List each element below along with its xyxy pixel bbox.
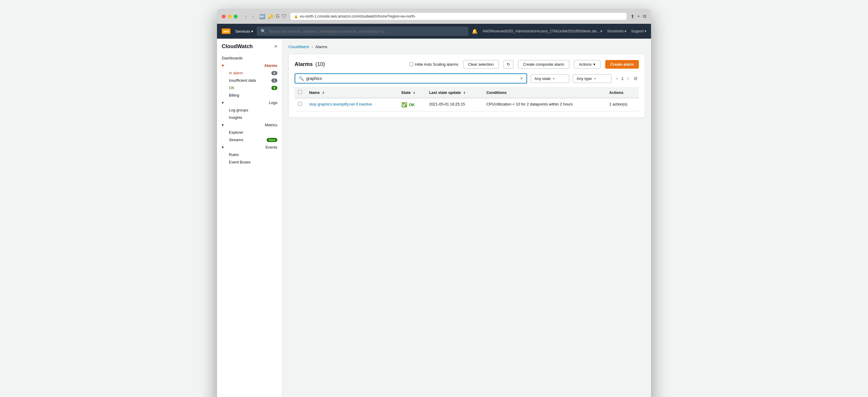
sidebar-item-logs[interactable]: ▾ Logs: [217, 99, 282, 106]
sidebar-close-button[interactable]: ×: [274, 43, 277, 49]
ok-status-label: OK: [409, 102, 415, 107]
support-chevron-icon: ▾: [645, 29, 646, 33]
lock-icon: 🔒: [294, 14, 298, 19]
create-composite-alarm-button[interactable]: Create composite alarm: [518, 60, 569, 69]
hide-autoscaling-label: Hide Auto Scaling alarms: [415, 62, 458, 67]
back-button[interactable]: ‹: [244, 13, 249, 20]
hide-autoscaling-control: Hide Auto Scaling alarms: [409, 62, 458, 67]
main-layout: CloudWatch × Dashboards ▾ Alarms In alar…: [217, 39, 651, 397]
actions-chevron-icon: ▾: [593, 62, 595, 67]
minimize-dot[interactable]: [228, 14, 231, 19]
clear-selection-button[interactable]: Clear selection: [463, 60, 499, 69]
new-tab-button[interactable]: +: [637, 14, 640, 19]
breadcrumb: CloudWatch › Alarms: [288, 44, 645, 49]
account-menu[interactable]: AWSReservedSSO_AdministratorAccess_27641…: [483, 29, 602, 33]
row-checkbox[interactable]: [298, 102, 302, 106]
settings-icon: ⚙: [633, 76, 638, 81]
sidebar-item-event-buses[interactable]: Event Buses: [217, 158, 282, 166]
ok-label: OK: [229, 86, 235, 90]
search-row: 🔍 × Any state ▾ Any type ▾ ‹: [294, 73, 639, 84]
sidebar-item-insufficient-data[interactable]: Insufficient data 1: [217, 77, 282, 84]
select-all-checkbox[interactable]: [298, 90, 302, 94]
sidebar: CloudWatch × Dashboards ▾ Alarms In alar…: [217, 39, 282, 397]
region-menu[interactable]: Stockholm ▾: [607, 29, 626, 33]
alarms-card: Alarms (10) Hide Auto Scaling alarms Cle…: [288, 54, 645, 118]
close-dot[interactable]: [222, 14, 226, 19]
event-buses-label: Event Buses: [229, 160, 251, 164]
alarm-name-cell: stop graphics.teamplify.net if inactive: [306, 98, 398, 111]
sidebar-item-rules[interactable]: Rules: [217, 151, 282, 158]
breadcrumb-cloudwatch-link[interactable]: CloudWatch: [288, 44, 309, 49]
content-area: CloudWatch › Alarms Alarms (10) Hide Aut…: [282, 39, 651, 397]
support-label: Support: [631, 29, 644, 33]
breadcrumb-separator: ›: [312, 44, 313, 49]
alarm-conditions-cell: CPUUtilization < 10 for 2 datapoints wit…: [483, 98, 606, 111]
maximize-dot[interactable]: [234, 14, 238, 19]
global-search-bar[interactable]: 🔍: [257, 27, 468, 36]
sidebar-item-metrics[interactable]: ▾ Metrics: [217, 121, 282, 129]
tabs-button[interactable]: ⧉: [643, 14, 646, 19]
forward-button[interactable]: ›: [250, 13, 255, 20]
sidebar-item-streams[interactable]: Streams New: [217, 136, 282, 143]
streams-label: Streams: [229, 138, 243, 142]
sidebar-item-ok[interactable]: OK 9: [217, 84, 282, 92]
next-page-button[interactable]: ›: [626, 75, 630, 82]
refresh-button[interactable]: ↻: [503, 60, 514, 69]
ok-badge: 9: [271, 86, 277, 90]
address-bar[interactable]: 🔒 eu-north-1.console.aws.amazon.com/clou…: [290, 12, 627, 20]
url-text: eu-north-1.console.aws.amazon.com/cloudw…: [300, 14, 415, 19]
grammarly-icon: G: [276, 14, 279, 19]
search-input[interactable]: [306, 76, 518, 81]
sidebar-item-alarms[interactable]: ▾ Alarms: [217, 62, 282, 69]
share-button[interactable]: ⬆: [630, 14, 634, 19]
state-sort-icon: ⬇: [413, 91, 415, 95]
actions-label: Actions: [579, 62, 592, 67]
alarms-table: Name ⬇ State ⬇ Last state update ⬇: [294, 87, 639, 111]
sidebar-expand-events-icon: ▾: [222, 145, 224, 150]
create-composite-label: Create composite alarm: [523, 62, 564, 67]
sidebar-item-events[interactable]: ▾ Events: [217, 143, 282, 151]
log-groups-label: Log groups: [229, 108, 248, 112]
password-icon: 🔑: [268, 14, 274, 19]
sidebar-item-explorer[interactable]: Explorer: [217, 129, 282, 136]
actions-button[interactable]: Actions ▾: [574, 60, 601, 69]
refresh-icon: ↻: [507, 62, 510, 67]
breadcrumb-current: Alarms: [315, 44, 327, 49]
search-box[interactable]: 🔍 ×: [294, 73, 527, 84]
services-button[interactable]: Services ▾: [235, 29, 253, 34]
alarm-actions-cell: 1 action(s): [606, 98, 639, 111]
insights-label: Insights: [229, 115, 242, 120]
sidebar-expand-metrics-icon: ▾: [222, 123, 224, 127]
table-settings-button[interactable]: ⚙: [632, 75, 639, 82]
streams-new-badge: New: [267, 138, 277, 142]
sidebar-item-in-alarm[interactable]: In alarm 0: [217, 69, 282, 77]
alarms-title: Alarms (10): [294, 61, 325, 67]
create-alarm-label: Create alarm: [610, 62, 634, 67]
hide-autoscaling-checkbox[interactable]: [409, 62, 413, 66]
state-filter-chevron-icon: ▾: [553, 77, 554, 80]
sidebar-expand-alarms-icon: ▾: [222, 63, 224, 68]
sidebar-item-log-groups[interactable]: Log groups: [217, 106, 282, 114]
account-chevron-icon: ▾: [600, 29, 602, 33]
type-filter[interactable]: Any type ▾: [573, 74, 612, 83]
global-search-input[interactable]: [268, 29, 464, 34]
navbar-right: 🔔 AWSReservedSSO_AdministratorAccess_276…: [472, 29, 646, 34]
create-alarm-button[interactable]: Create alarm: [605, 60, 639, 69]
type-filter-label: Any type: [577, 76, 592, 81]
billing-label: Billing: [229, 93, 239, 97]
state-filter[interactable]: Any state ▾: [531, 74, 569, 83]
type-filter-chevron-icon: ▾: [594, 77, 596, 80]
sidebar-item-insights[interactable]: Insights: [217, 114, 282, 121]
sidebar-item-billing[interactable]: Billing: [217, 92, 282, 99]
notification-bell-icon[interactable]: 🔔: [472, 29, 478, 34]
clear-selection-label: Clear selection: [468, 62, 494, 67]
browser-nav: ‹ ›: [244, 13, 256, 20]
sidebar-item-dashboards[interactable]: Dashboards: [217, 54, 282, 62]
row-checkbox-cell: [294, 98, 306, 111]
alarm-name-link[interactable]: stop graphics.teamplify.net if inactive: [309, 102, 372, 106]
prev-page-button[interactable]: ‹: [615, 75, 619, 82]
support-menu[interactable]: Support ▾: [631, 29, 646, 33]
browser-right-tools: ⬆ + ⧉: [630, 14, 646, 19]
search-icon: 🔍: [299, 76, 304, 81]
search-clear-button[interactable]: ×: [520, 76, 523, 81]
